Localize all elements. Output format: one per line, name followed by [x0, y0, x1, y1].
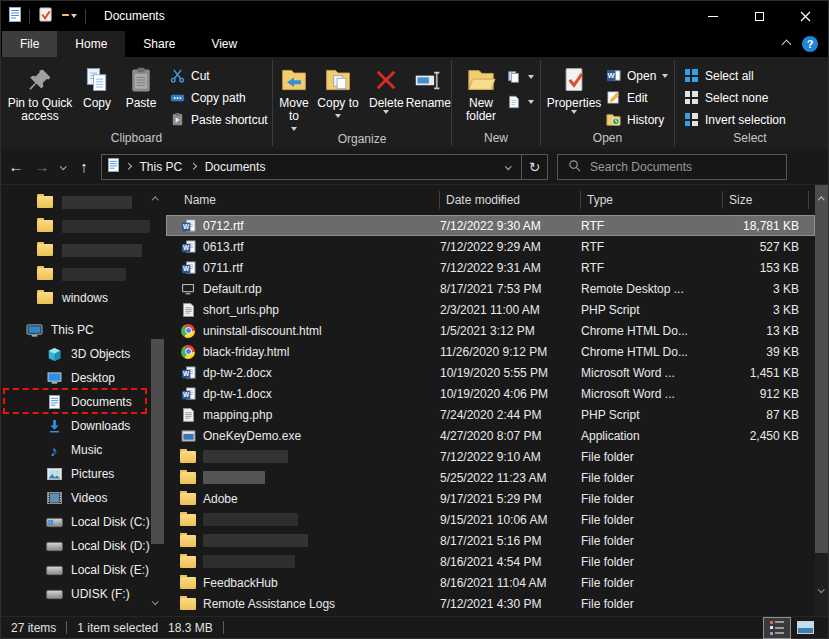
close-button[interactable]	[782, 1, 828, 31]
file-row[interactable]: 7/12/2022 9:10 AM File folder	[166, 446, 815, 467]
file-row[interactable]: W0712.rtf 7/12/2022 9:30 AM RTF 18,781 K…	[166, 215, 815, 236]
cut-button[interactable]: Cut	[169, 67, 268, 84]
file-row[interactable]: 8/17/2021 5:16 PM File folder	[166, 530, 815, 551]
paste-shortcut-button[interactable]: Paste shortcut	[169, 111, 268, 128]
history-icon	[605, 112, 621, 127]
copy-to-button[interactable]: Copy to	[317, 62, 359, 118]
file-row[interactable]: 5/25/2022 11:23 AM File folder	[166, 467, 815, 488]
sidebar-item-3d-objects[interactable]: 3D Objects	[1, 342, 166, 366]
dropdown-caret-icon	[383, 110, 389, 114]
up-button[interactable]: ↑	[71, 154, 97, 180]
sidebar-item-redacted[interactable]	[1, 262, 166, 286]
file-row[interactable]: short_urls.php 2/3/2021 11:00 AM PHP Scr…	[166, 299, 815, 320]
sidebar-item-this-pc[interactable]: This PC	[1, 318, 166, 342]
sidebar-item-local-disk-d[interactable]: Local Disk (D:)	[1, 534, 166, 558]
delete-button[interactable]: Delete	[369, 62, 404, 114]
scroll-up-icon[interactable]	[152, 197, 158, 203]
breadcrumb-documents[interactable]: Documents	[203, 160, 268, 174]
breadcrumb-this-pc[interactable]: This PC	[138, 160, 185, 174]
file-row[interactable]: FeedbackHub 8/16/2021 11:04 AM File fold…	[166, 572, 815, 593]
search-box[interactable]	[557, 154, 787, 180]
pin-to-quick-access-button[interactable]: Pin to Quick access	[5, 62, 75, 123]
minimize-button[interactable]	[690, 1, 736, 31]
maximize-button[interactable]	[736, 1, 782, 31]
scrollbar-thumb[interactable]	[815, 185, 828, 553]
file-row[interactable]: W0613.rtf 7/12/2022 9:29 AM RTF 527 KB	[166, 236, 815, 257]
column-header-name[interactable]: Name	[178, 185, 440, 215]
sidebar-item-music[interactable]: ♪ Music	[1, 438, 166, 462]
sidebar-item-windows[interactable]: windows	[1, 286, 166, 310]
edit-button[interactable]: Edit	[605, 89, 668, 106]
collapse-ribbon-icon[interactable]	[782, 39, 792, 49]
sidebar-scrollbar[interactable]	[150, 185, 165, 616]
redacted-name	[62, 220, 150, 233]
column-header-size[interactable]: Size	[723, 185, 809, 215]
file-row[interactable]: Wdp-tw-2.docx 10/19/2020 5:55 PM Microso…	[166, 362, 815, 383]
sidebar-item-desktop[interactable]: Desktop	[1, 366, 166, 390]
forward-button[interactable]: →	[29, 154, 55, 180]
search-input[interactable]	[590, 160, 750, 174]
qat-customize-chevron-icon[interactable]	[71, 14, 77, 18]
file-row[interactable]: Adobe 9/17/2021 5:29 PM File folder	[166, 488, 815, 509]
history-button[interactable]: History	[605, 111, 668, 128]
new-item-button[interactable]	[506, 93, 534, 110]
sidebar-item-downloads[interactable]: Downloads	[1, 414, 166, 438]
address-dropdown-chevron-icon[interactable]	[495, 155, 521, 179]
sidebar-item-local-disk-e[interactable]: Local Disk (E:)	[1, 558, 166, 582]
scroll-up-icon[interactable]	[818, 197, 824, 203]
sidebar-item-local-disk-c[interactable]: Local Disk (C:)	[1, 510, 166, 534]
sidebar-item-redacted[interactable]	[1, 238, 166, 262]
column-header-type[interactable]: Type	[581, 185, 723, 215]
file-row[interactable]: uninstall-discount.html 1/5/2021 3:12 PM…	[166, 320, 815, 341]
properties-button[interactable]: Properties	[545, 62, 603, 114]
svg-text:W: W	[183, 244, 190, 251]
scrollbar-thumb[interactable]	[151, 339, 164, 544]
scroll-down-icon[interactable]	[152, 598, 158, 604]
tab-view[interactable]: View	[193, 31, 255, 57]
file-row[interactable]: 9/15/2021 10:06 AM File folder	[166, 509, 815, 530]
invert-selection-button[interactable]: Invert selection	[683, 111, 786, 128]
tab-file[interactable]: File	[2, 31, 57, 57]
desktop-icon	[45, 372, 63, 384]
file-row[interactable]: Remote Assistance Logs 7/12/2021 4:30 PM…	[166, 593, 815, 614]
back-button[interactable]: ←	[3, 154, 29, 180]
new-folder-button[interactable]: New folder	[458, 62, 504, 123]
file-list-scrollbar[interactable]	[815, 185, 828, 616]
file-row[interactable]: W0711.rtf 7/12/2022 9:31 AM RTF 153 KB	[166, 257, 815, 278]
recent-locations-chevron-icon[interactable]	[55, 154, 71, 180]
details-view-button[interactable]	[764, 618, 790, 638]
move-to-button[interactable]: Move to	[273, 62, 315, 131]
tab-home[interactable]: Home	[57, 31, 125, 57]
file-row[interactable]: black-friday.html 11/26/2020 9:12 PM Chr…	[166, 341, 815, 362]
ribbon-group-organize: Move to Copy to Delete	[273, 57, 451, 149]
rename-button[interactable]: Rename	[406, 62, 451, 110]
file-row[interactable]: 8/16/2021 4:54 PM File folder	[166, 551, 815, 572]
easy-access-button[interactable]	[506, 68, 534, 85]
select-none-button[interactable]: Select none	[683, 89, 786, 106]
window-controls	[690, 1, 828, 31]
sidebar-item-redacted[interactable]	[1, 190, 166, 214]
file-row[interactable]: Wdp-tw-1.docx 10/19/2020 4:06 PM Microso…	[166, 383, 815, 404]
tab-share[interactable]: Share	[125, 31, 193, 57]
sidebar-item-pictures[interactable]: Pictures	[1, 462, 166, 486]
open-button[interactable]: W Open	[605, 67, 668, 84]
file-row[interactable]: mapping.php 7/24/2020 2:44 PM PHP Script…	[166, 404, 815, 425]
file-row[interactable]: OneKeyDemo.exe 4/27/2020 8:07 PM Applica…	[166, 425, 815, 446]
sidebar-item-udisk-f[interactable]: UDISK (F:)	[1, 582, 166, 606]
qat-properties-icon[interactable]	[38, 7, 53, 25]
address-bar[interactable]: This PC Documents ↻	[101, 154, 548, 180]
copy-button[interactable]: Copy	[75, 62, 119, 110]
refresh-icon[interactable]: ↻	[521, 155, 547, 179]
sidebar-item-videos[interactable]: Videos	[1, 486, 166, 510]
thumbnails-view-button[interactable]	[792, 618, 818, 638]
select-all-button[interactable]: Select all	[683, 67, 786, 84]
help-icon[interactable]: ?	[802, 36, 818, 52]
column-header-date-modified[interactable]: Date modified	[440, 185, 581, 215]
scroll-down-icon[interactable]	[818, 586, 824, 592]
file-row[interactable]: Default.rdp 8/17/2021 7:53 PM Remote Des…	[166, 278, 815, 299]
button-label: Copy path	[191, 91, 246, 105]
paste-button[interactable]: Paste	[119, 62, 163, 110]
sidebar-item-documents[interactable]: Documents	[1, 390, 166, 414]
copy-path-button[interactable]: Copy path	[169, 89, 268, 106]
sidebar-item-redacted[interactable]	[1, 214, 166, 238]
